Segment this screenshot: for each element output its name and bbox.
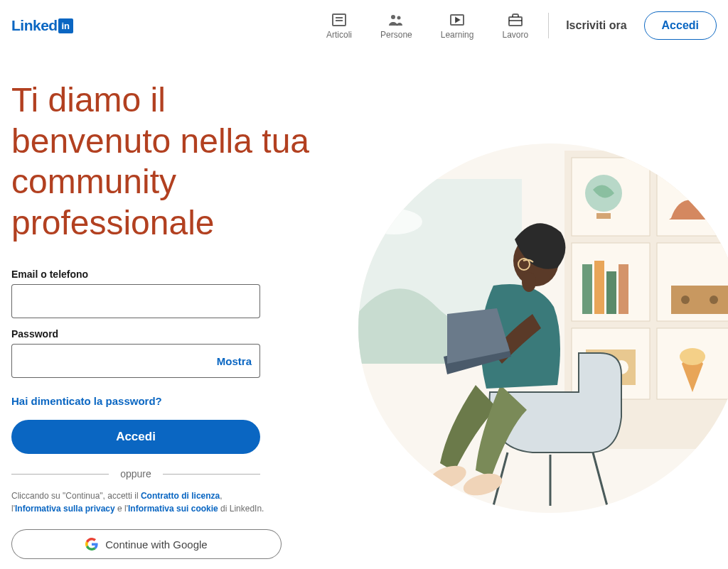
header-right: Articoli Persone Learning Lavoro Iscrivi… [312,9,717,43]
logo[interactable]: Linkedin [11,17,73,34]
legal-text: Cliccando su "Continua", accetti il Cont… [11,489,267,515]
svg-rect-23 [594,261,604,314]
nav-people[interactable]: Persone [366,9,427,43]
nav-divider [548,13,549,38]
nav-articles[interactable]: Articoli [312,9,366,43]
svg-marker-6 [456,18,459,22]
divider-line [163,474,260,475]
password-group: Password Mostra [11,328,324,378]
svg-rect-25 [619,264,628,314]
nav: Articoli Persone Learning Lavoro [312,9,542,43]
svg-point-4 [397,16,401,20]
briefcase-icon [507,11,524,28]
password-wrap: Mostra [11,344,260,378]
svg-point-12 [365,209,422,234]
svg-point-40 [522,272,536,292]
signup-link[interactable]: Iscriviti ora [555,11,638,40]
learning-icon [449,11,466,28]
hero-illustration [351,122,728,520]
nav-label: Lavoro [502,30,528,40]
divider-text: oppure [109,468,163,479]
nav-learning[interactable]: Learning [427,9,488,43]
logo-in-icon: in [58,18,73,33]
people-icon [387,11,405,28]
logo-text: Linked [11,17,58,34]
legal-sep: e l' [115,504,128,514]
svg-rect-24 [606,271,616,314]
signin-button[interactable]: Accedi [644,11,717,40]
nav-label: Persone [380,30,412,40]
email-field[interactable] [11,284,260,318]
svg-point-3 [391,15,395,19]
show-password-toggle[interactable]: Mostra [217,355,252,367]
email-group: Email o telefono [11,269,324,318]
svg-rect-22 [582,264,592,314]
google-label: Continue with Google [105,538,207,551]
divider-line [11,474,109,475]
header: Linkedin Articoli Persone Learning Lavor… [0,0,728,51]
legal-suffix: di LinkedIn. [218,504,264,514]
legal-cookie-link[interactable]: Informativa sui cookie [128,504,218,514]
signin-submit-button[interactable]: Accedi [11,420,260,454]
main: Ti diamo il benvenuto nella tua communit… [0,51,728,569]
email-label: Email o telefono [11,269,324,280]
divider: oppure [11,468,260,479]
nav-label: Learning [441,30,474,40]
legal-prefix: Cliccando su "Continua", accetti il [11,491,141,501]
svg-rect-15 [657,158,728,236]
svg-point-28 [710,296,718,304]
nav-jobs[interactable]: Lavoro [488,9,542,43]
google-signin-button[interactable]: Continue with Google [11,529,282,559]
page-headline: Ti diamo il benvenuto nella tua communit… [11,80,324,243]
article-icon [331,11,348,28]
legal-privacy-link[interactable]: Informativa sulla privacy [15,504,115,514]
svg-point-27 [681,296,690,304]
password-label: Password [11,328,324,340]
forgot-password-link[interactable]: Hai dimenticato la password? [11,395,162,407]
nav-label: Articoli [326,30,352,40]
svg-point-32 [680,348,705,365]
svg-rect-21 [596,213,611,219]
legal-contract-link[interactable]: Contratto di licenza [141,491,220,501]
svg-rect-26 [671,286,728,314]
google-icon [85,538,98,551]
hero-left: Ti diamo il benvenuto nella tua communit… [11,80,324,569]
